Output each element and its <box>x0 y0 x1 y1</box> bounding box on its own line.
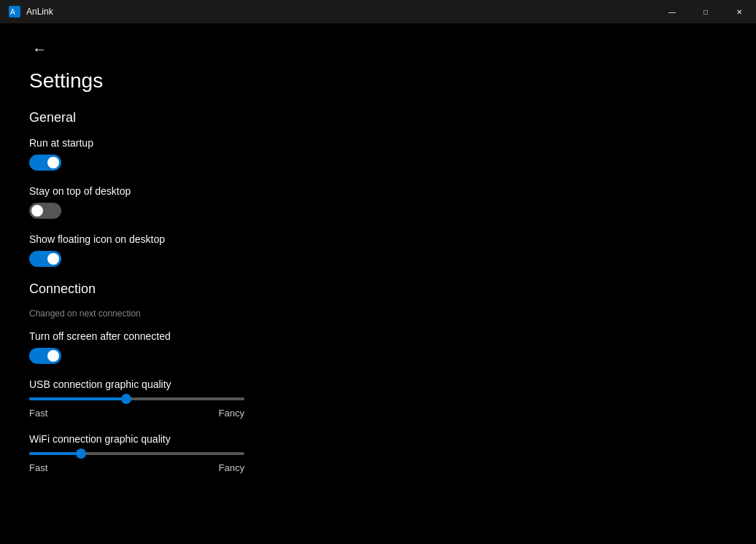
usb-quality-labels: Fast Fancy <box>29 408 244 419</box>
title-bar-left: A AnLink <box>9 6 53 18</box>
wifi-quality-labels: Fast Fancy <box>29 462 244 473</box>
title-bar-controls: — □ ✕ <box>655 0 756 23</box>
usb-quality-min-label: Fast <box>29 408 47 419</box>
usb-quality-track <box>29 397 244 400</box>
usb-quality-fill <box>29 397 126 400</box>
show-floating-icon-label: Show floating icon on desktop <box>29 233 727 245</box>
run-at-startup-slider[interactable] <box>29 155 61 171</box>
stay-on-top-slider[interactable] <box>29 203 61 219</box>
turn-off-screen-setting: Turn off screen after connected <box>29 330 727 364</box>
turn-off-screen-label: Turn off screen after connected <box>29 330 727 342</box>
connection-section-title: Connection <box>29 281 727 297</box>
title-bar: A AnLink — □ ✕ <box>0 0 756 23</box>
stay-on-top-setting: Stay on top of desktop <box>29 185 727 219</box>
connection-section: Connection Changed on next connection Tu… <box>29 281 727 473</box>
usb-quality-setting: USB connection graphic quality Fast Fanc… <box>29 378 727 419</box>
run-at-startup-label: Run at startup <box>29 137 727 149</box>
close-button[interactable]: ✕ <box>722 0 756 23</box>
app-title: AnLink <box>26 7 53 17</box>
wifi-quality-min-label: Fast <box>29 462 47 473</box>
show-floating-icon-toggle[interactable] <box>29 251 61 267</box>
wifi-quality-max-label: Fancy <box>219 462 244 473</box>
svg-text:A: A <box>10 8 15 16</box>
usb-quality-label: USB connection graphic quality <box>29 378 727 390</box>
run-at-startup-toggle[interactable] <box>29 155 61 171</box>
wifi-quality-setting: WiFi connection graphic quality Fast Fan… <box>29 433 727 473</box>
run-at-startup-setting: Run at startup <box>29 137 727 171</box>
restore-button[interactable]: □ <box>689 0 722 23</box>
connection-note: Changed on next connection <box>29 308 727 319</box>
wifi-quality-thumb[interactable] <box>76 448 86 459</box>
general-section-title: General <box>29 110 727 125</box>
back-button[interactable]: ← <box>29 38 50 61</box>
usb-quality-max-label: Fancy <box>219 408 244 419</box>
wifi-quality-slider-container[interactable] <box>29 452 244 455</box>
general-section: General Run at startup Stay on top of de… <box>29 110 727 267</box>
show-floating-icon-setting: Show floating icon on desktop <box>29 233 727 267</box>
wifi-quality-label: WiFi connection graphic quality <box>29 433 727 445</box>
settings-content: ← Settings General Run at startup Stay o… <box>0 23 756 544</box>
stay-on-top-label: Stay on top of desktop <box>29 185 727 197</box>
back-icon: ← <box>32 41 47 58</box>
wifi-quality-fill <box>29 452 81 455</box>
usb-quality-slider-container[interactable] <box>29 397 244 400</box>
usb-quality-thumb[interactable] <box>121 394 131 404</box>
wifi-quality-track <box>29 452 244 455</box>
turn-off-screen-slider[interactable] <box>29 348 61 364</box>
turn-off-screen-toggle[interactable] <box>29 348 61 364</box>
minimize-button[interactable]: — <box>655 0 689 23</box>
app-icon: A <box>9 6 20 18</box>
page-title: Settings <box>29 69 727 93</box>
show-floating-icon-slider[interactable] <box>29 251 61 267</box>
stay-on-top-toggle[interactable] <box>29 203 61 219</box>
